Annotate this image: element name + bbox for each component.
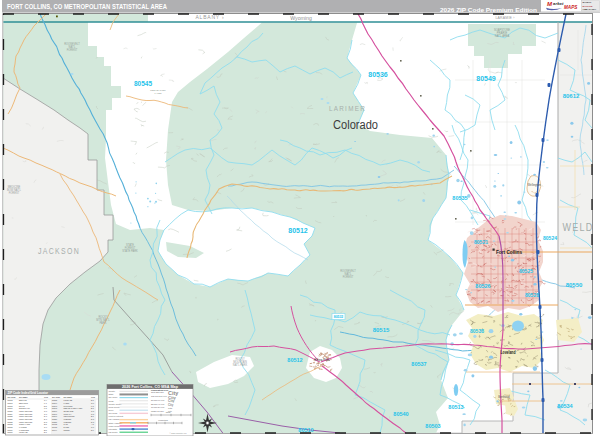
svg-text:US Highway: US Highway xyxy=(109,418,121,420)
svg-text:Wyoming: Wyoming xyxy=(290,15,312,21)
svg-text:80536: 80536 xyxy=(8,429,13,431)
svg-text:RED FEATHER: RED FEATHER xyxy=(150,89,166,91)
svg-text:A-8: A-8 xyxy=(91,423,94,425)
svg-text:C-4: C-4 xyxy=(44,399,47,401)
svg-text:E-7: E-7 xyxy=(91,399,94,401)
svg-text:ZIP Name: ZIP Name xyxy=(19,396,28,398)
svg-text:CARR: CARR xyxy=(64,423,69,425)
svg-text:E-5: E-5 xyxy=(44,405,47,407)
svg-text:B-3: B-3 xyxy=(91,407,94,409)
svg-text:80525: 80525 xyxy=(519,268,533,274)
svg-text:DRAKE: DRAKE xyxy=(19,405,25,407)
svg-text:FORT COLLINS: FORT COLLINS xyxy=(19,421,33,423)
svg-text:D-7: D-7 xyxy=(44,415,47,417)
svg-text:D-7: D-7 xyxy=(44,418,47,420)
svg-text:MAPS: MAPS xyxy=(564,5,578,10)
svg-text:80532: 80532 xyxy=(334,315,344,319)
svg-text:MILLIKEN: MILLIKEN xyxy=(64,405,74,407)
svg-text:MAPS.com: MAPS.com xyxy=(583,5,593,7)
svg-text:D-8: D-8 xyxy=(44,421,47,423)
svg-text:80515: 80515 xyxy=(373,327,390,333)
svg-text:River: River xyxy=(109,409,114,411)
svg-text:Point of Interest: Point of Interest xyxy=(109,415,124,417)
svg-text:LARAMIE ›: LARAMIE › xyxy=(495,16,515,20)
svg-text:80521: 80521 xyxy=(474,239,488,245)
svg-text:D-8: D-8 xyxy=(91,421,94,423)
svg-text:BERTHOUD: BERTHOUD xyxy=(19,402,28,404)
svg-text:LIVERMORE: LIVERMORE xyxy=(19,429,30,431)
svg-text:KERSEY: KERSEY xyxy=(64,429,71,431)
svg-text:LAPORTE: LAPORTE xyxy=(19,426,27,428)
svg-text:FORT COLLINS: FORT COLLINS xyxy=(19,418,33,420)
svg-text:RED FEATHER LAKES: RED FEATHER LAKES xyxy=(64,407,83,409)
svg-text:80534: 80534 xyxy=(557,403,573,409)
svg-text:SEVERANCE: SEVERANCE xyxy=(64,410,75,412)
svg-text:80543: 80543 xyxy=(52,405,57,407)
svg-text:JACKSON: JACKSON xyxy=(38,246,80,256)
svg-text:Toll Road: Toll Road xyxy=(109,412,119,414)
svg-text:80526: 80526 xyxy=(475,283,490,289)
svg-text:80537: 80537 xyxy=(8,431,13,433)
svg-text:80535: 80535 xyxy=(8,426,13,428)
svg-text:LOVELAND: LOVELAND xyxy=(19,431,28,433)
svg-text:80515: 80515 xyxy=(8,405,13,407)
svg-text:D-8: D-8 xyxy=(91,418,94,420)
svg-text:80524: 80524 xyxy=(543,235,557,241)
svg-text:WELD: WELD xyxy=(563,221,594,233)
svg-text:ZIP Code: ZIP Code xyxy=(8,396,16,398)
svg-text:80549: 80549 xyxy=(476,75,496,82)
svg-text:Interstate: Interstate xyxy=(109,428,119,430)
svg-text:LYONS: LYONS xyxy=(64,402,70,404)
svg-text:80536: 80536 xyxy=(368,71,388,78)
svg-text:ZIP Code Index/Grid Locator: ZIP Code Index/Grid Locator xyxy=(8,391,49,395)
svg-text:Miles: Miles xyxy=(166,411,171,413)
svg-text:FORT COLLINS, CO METROPOLITAN: FORT COLLINS, CO METROPOLITAN STATISTICA… xyxy=(7,3,167,11)
svg-text:BELLVUE: BELLVUE xyxy=(19,399,27,401)
svg-text:FORT COLLINS: FORT COLLINS xyxy=(19,410,33,412)
svg-text:80510: 80510 xyxy=(298,427,313,433)
svg-text:Fort Collins: Fort Collins xyxy=(496,249,522,255)
svg-text:LOVELAND: LOVELAND xyxy=(64,399,73,401)
svg-text:LARIMER: LARIMER xyxy=(329,104,366,113)
svg-text:ZIP Code: ZIP Code xyxy=(109,396,119,398)
svg-text:80545: 80545 xyxy=(134,80,152,87)
svg-text:Colorado: Colorado xyxy=(333,118,378,132)
svg-text:80538: 80538 xyxy=(470,328,484,334)
svg-text:80545: 80545 xyxy=(52,407,57,409)
svg-text:80644: 80644 xyxy=(52,429,57,431)
svg-text:80526: 80526 xyxy=(8,418,13,420)
svg-text:E-5: E-5 xyxy=(44,423,47,425)
svg-text:80513: 80513 xyxy=(8,402,13,404)
svg-text:F-7: F-7 xyxy=(44,402,47,404)
svg-text:E-7: E-7 xyxy=(44,431,47,433)
svg-text:2026 ZIP Code Premium Edition: 2026 ZIP Code Premium Edition xyxy=(440,8,537,13)
svg-text:80528: 80528 xyxy=(525,292,539,298)
svg-text:80521: 80521 xyxy=(8,410,13,412)
svg-text:ZIP Code: ZIP Code xyxy=(52,396,60,398)
svg-text:WELLINGTON: WELLINGTON xyxy=(64,415,76,417)
svg-text:C-7: C-7 xyxy=(44,410,47,412)
svg-text:E-9: E-9 xyxy=(91,429,94,431)
svg-text:80540: 80540 xyxy=(393,411,408,417)
svg-text:80550: 80550 xyxy=(566,282,583,288)
svg-text:ALBANY ›: ALBANY › xyxy=(195,14,224,20)
svg-text:MAILBOX: MAILBOX xyxy=(583,1,592,3)
svg-text:US Route: US Route xyxy=(109,431,119,433)
svg-text:80512: 80512 xyxy=(8,399,13,401)
svg-text:80546: 80546 xyxy=(52,410,57,412)
svg-text:C-8: C-8 xyxy=(91,410,94,412)
svg-text:80535: 80535 xyxy=(452,195,467,201)
svg-text:Wellington: Wellington xyxy=(527,183,540,187)
svg-text:F-8: F-8 xyxy=(91,405,94,407)
svg-text:80550: 80550 xyxy=(52,418,57,420)
svg-text:80512: 80512 xyxy=(287,357,302,363)
svg-text:© 2026 MarketMAPS: © 2026 MarketMAPS xyxy=(170,432,188,434)
svg-text:arket: arket xyxy=(553,1,564,6)
svg-text:1-888-434-6277: 1-888-434-6277 xyxy=(583,8,596,10)
svg-text:Rural Route: Rural Route xyxy=(109,406,121,408)
svg-text:Estes Park: Estes Park xyxy=(314,358,330,362)
svg-text:80513: 80513 xyxy=(448,404,463,410)
svg-text:GLEN HAVEN: GLEN HAVEN xyxy=(19,423,31,425)
svg-text:City: City xyxy=(168,407,173,409)
svg-text:WINDSOR: WINDSOR xyxy=(64,418,72,420)
